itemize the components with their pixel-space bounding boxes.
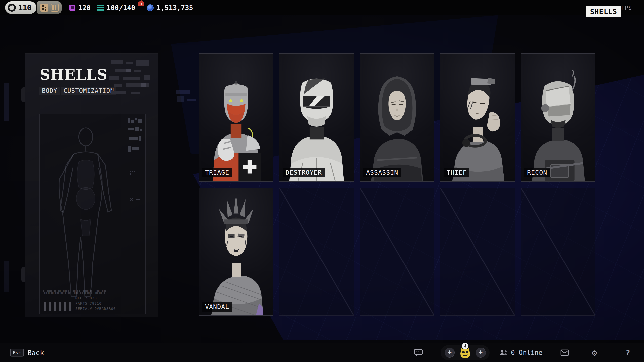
credits-coin-icon — [147, 4, 154, 11]
background-glitch — [4, 83, 9, 121]
panel-notch — [21, 267, 25, 282]
back-label: Back — [28, 349, 44, 356]
shell-orb-icon — [8, 4, 16, 12]
shell-name-label: VANDAL — [202, 302, 232, 312]
diagram-meta: ▚▞▛▙▜▟▚▞▛▙ ▜▟▚▞▛▙▜ ▟▚▞▛ MFG 78020 PARTS … — [43, 290, 142, 311]
health-value: 110 — [18, 3, 31, 12]
assassin-portrait — [360, 54, 434, 181]
voice-chat-controls: + + — [441, 345, 490, 360]
page-title: SHELLS — [39, 66, 107, 83]
shell-card-thief[interactable]: THIEF — [440, 53, 515, 182]
triage-portrait — [199, 54, 273, 181]
bottom-bar: Esc Back + — [0, 343, 644, 362]
vandal-portrait — [199, 188, 273, 315]
health-cluster: 110 — [5, 1, 62, 14]
mic-icon — [462, 343, 468, 349]
subtitle-word: BODY — [39, 87, 60, 95]
meta-line: SERIAL# OVBAD8R00 — [75, 306, 116, 311]
shell-name-label: DESTROYER — [283, 168, 325, 177]
online-count-label: 0 Online — [511, 349, 542, 356]
tech-glyphs — [127, 118, 143, 223]
shell-card-triage[interactable]: TRIAGE — [199, 53, 273, 182]
shell-name-label: THIEF — [444, 168, 469, 177]
background-glitch — [187, 99, 196, 101]
back-button[interactable]: Esc Back — [10, 349, 44, 356]
empty-shell-slot — [279, 188, 354, 316]
friends-icon — [499, 349, 508, 356]
mail-icon[interactable] — [560, 349, 569, 356]
gadget-slot-icon — [40, 4, 48, 12]
grill-slot-icon — [51, 4, 59, 12]
settings-gear-icon[interactable]: ⚙ — [592, 347, 597, 358]
gadget-count-value: 120 — [78, 4, 91, 12]
barcode — [43, 302, 71, 311]
subtitle-word: CUSTOMIZATION — [61, 87, 116, 95]
credits-count: 1,513,735 — [147, 4, 193, 12]
credits-value: 1,513,735 — [156, 4, 193, 12]
player-avatar[interactable] — [459, 347, 472, 358]
voice-volume-down-button[interactable]: + — [445, 348, 455, 358]
gadget-count: 120 — [69, 4, 91, 12]
shell-card-destroyer[interactable]: DESTROYER — [279, 53, 354, 182]
shell-name-label: RECON — [524, 168, 550, 177]
shell-card-vandal[interactable]: VANDAL — [199, 188, 273, 316]
shell-card-recon[interactable]: RECON — [521, 53, 595, 182]
empty-shell-slot — [360, 188, 434, 316]
background-glitch — [176, 90, 190, 94]
empty-shell-slot — [521, 188, 595, 316]
body-diagram: ▚▞▛▙▜▟▚▞▛▙ ▜▟▚▞▛▙▜ ▟▚▞▛ MFG 78020 PARTS … — [39, 114, 146, 314]
page-subtitle: BODY CUSTOMIZATION — [39, 87, 116, 95]
anatomy-figure — [43, 119, 129, 302]
recon-portrait — [521, 54, 595, 181]
top-hud: 110 120 100/140 1,513,735 200 FPS — [0, 0, 644, 15]
meta-line: MFG 78020 — [75, 296, 116, 301]
empty-shell-slot — [440, 188, 515, 316]
voice-volume-up-button[interactable]: + — [476, 348, 486, 358]
help-icon[interactable]: ? — [626, 348, 630, 357]
health-indicator: 110 — [5, 1, 36, 14]
shells-tab-button[interactable]: SHELLS — [586, 6, 621, 17]
gadget-icon — [69, 5, 75, 11]
alert-icon — [138, 0, 144, 6]
background-glitch — [177, 96, 184, 102]
shell-name-label: TRIAGE — [202, 168, 232, 177]
ammo-value: 100/140 — [107, 4, 135, 12]
background-glitch — [4, 261, 9, 292]
esc-keycap: Esc — [10, 349, 24, 356]
equipment-cluster — [37, 1, 62, 14]
ammo-count: 100/140 — [97, 4, 135, 12]
glitch-text: ▚▞▛▙▜▟▚▞▛▙ ▜▟▚▞▛▙▜ ▟▚▞▛ — [43, 290, 142, 294]
chat-icon[interactable] — [414, 349, 423, 356]
shell-name-label: ASSASSIN — [363, 168, 401, 177]
destroyer-portrait — [279, 54, 354, 181]
online-count: 0 Online — [499, 349, 542, 356]
thief-portrait — [440, 54, 515, 181]
shell-card-assassin[interactable]: ASSASSIN — [360, 53, 434, 182]
meta-line: PARTS 78210 — [75, 301, 116, 306]
pixel-decoration — [109, 60, 151, 98]
ammo-layers-icon — [97, 5, 104, 11]
shells-screen: 110 120 100/140 1,513,735 200 FPS — [0, 0, 644, 362]
panel-notch — [21, 87, 25, 102]
customization-panel: SHELLS BODY CUSTOMIZATION — [25, 53, 158, 317]
